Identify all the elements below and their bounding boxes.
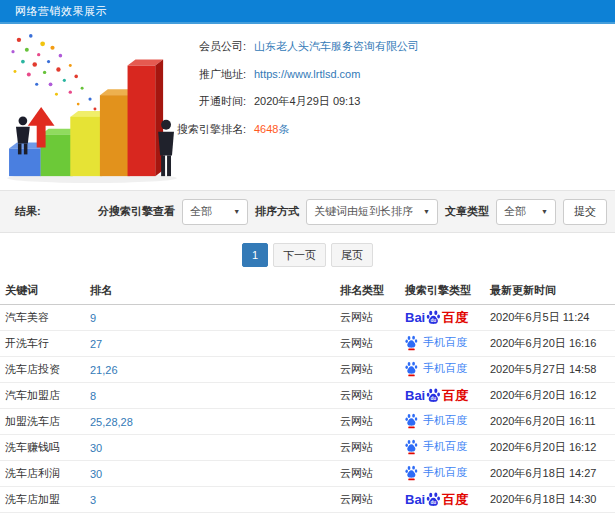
rank-cell[interactable]: 30 <box>90 461 340 487</box>
mobile-baidu-icon <box>405 465 418 481</box>
table-row: 洗车赚钱吗 30 云网站 手机百度 2020年6月20日 16:12 <box>0 435 615 461</box>
rank-type-cell: 云网站 <box>340 435 405 461</box>
open-time-label: 开通时间: <box>168 94 246 109</box>
promo-url-link[interactable]: https://www.lrtlsd.com <box>254 68 360 80</box>
rank-type-cell: 云网站 <box>340 487 405 513</box>
sort-select[interactable]: 关键词由短到长排序 ▼ <box>306 199 438 225</box>
chevron-down-icon: ▼ <box>233 208 240 215</box>
keyword-cell: 洗车店加盟 <box>0 487 90 513</box>
table-header-row: 关键词 排名 排名类型 搜索引擎类型 最新更新时间 <box>0 277 615 305</box>
article-type-label: 文章类型 <box>445 204 489 219</box>
table-row: 汽车加盟店 8 云网站 Bai du 百度 2020年6月20日 16:12 <box>0 383 615 409</box>
table-row: 洗车店加盟 3 云网站 Bai du 百度 2020年6月18日 14:30 <box>0 487 615 513</box>
baidu-paw-icon: du <box>426 492 441 508</box>
keyword-cell: 加盟洗车店 <box>0 409 90 435</box>
member-company-row: 会员公司: 山东老人头汽车服务咨询有限公司 <box>168 33 615 61</box>
keyword-cell: 开洗车行 <box>0 331 90 357</box>
svg-text:du: du <box>431 318 437 323</box>
baidu-paw-icon: du <box>426 310 441 326</box>
window-title-bar: 网络营销效果展示 <box>0 0 615 24</box>
promo-url-label: 推广地址: <box>168 67 246 82</box>
engine-rank-label: 搜索引擎排名: <box>168 122 246 137</box>
rank-type-cell: 云网站 <box>340 305 405 331</box>
update-time-cell: 2020年6月5日 11:24 <box>490 305 615 331</box>
article-type-value: 全部 <box>504 204 526 219</box>
table-row: 洗车店利润 30 云网站 手机百度 2020年6月18日 14:27 <box>0 461 615 487</box>
rank-type-cell: 云网站 <box>340 357 405 383</box>
header-rank: 排名 <box>90 277 340 305</box>
promo-url-row: 推广地址: https://www.lrtlsd.com <box>168 61 615 89</box>
header-keyword: 关键词 <box>0 277 90 305</box>
rank-cell[interactable]: 9 <box>90 305 340 331</box>
rank-cell[interactable]: 25,28,28 <box>90 409 340 435</box>
baidu-mobile-logo: 手机百度 <box>405 439 467 455</box>
member-info-list: 会员公司: 山东老人头汽车服务咨询有限公司 推广地址: https://www.… <box>168 33 615 143</box>
mobile-baidu-icon <box>405 335 418 351</box>
engine-rank-row: 搜索引擎排名: 4648条 <box>168 116 615 144</box>
update-time-cell: 2020年6月20日 16:16 <box>490 331 615 357</box>
rank-cell[interactable]: 27 <box>90 331 340 357</box>
baidu-pc-logo: Bai du 百度 <box>405 388 468 404</box>
rank-cell[interactable]: 3 <box>90 487 340 513</box>
rank-type-cell: 云网站 <box>340 461 405 487</box>
table-row: 汽车美容 9 云网站 Bai du 百度 2020年6月5日 11:24 <box>0 305 615 331</box>
results-table: 关键词 排名 排名类型 搜索引擎类型 最新更新时间 汽车美容 9 云网站 Bai… <box>0 277 615 513</box>
update-time-cell: 2020年6月20日 16:12 <box>490 435 615 461</box>
article-type-select[interactable]: 全部 ▼ <box>496 199 556 225</box>
svg-text:du: du <box>431 396 437 401</box>
filter-controls: 分搜索引擎查看 全部 ▼ 排序方式 关键词由短到长排序 ▼ 文章类型 全部 ▼ … <box>98 199 607 225</box>
search-engine-cell: 手机百度 <box>405 331 490 357</box>
chevron-down-icon: ▼ <box>423 208 430 215</box>
page-button-1[interactable]: 1 <box>242 243 268 267</box>
baidu-pc-logo: Bai du 百度 <box>405 492 468 508</box>
next-page-button[interactable]: 下一页 <box>273 243 326 267</box>
mobile-baidu-icon <box>405 361 418 377</box>
update-time-cell: 2020年6月20日 16:11 <box>490 409 615 435</box>
header-engine-type: 搜索引擎类型 <box>405 277 490 305</box>
keyword-cell: 洗车赚钱吗 <box>0 435 90 461</box>
open-time-value: 2020年4月29日 09:13 <box>254 94 360 109</box>
keyword-cell: 汽车加盟店 <box>0 383 90 409</box>
member-company-link[interactable]: 山东老人头汽车服务咨询有限公司 <box>254 39 419 54</box>
bars <box>9 60 163 177</box>
search-engine-cell: 手机百度 <box>405 461 490 487</box>
rank-type-cell: 云网站 <box>340 383 405 409</box>
update-time-cell: 2020年6月20日 16:12 <box>490 383 615 409</box>
search-engine-cell: Bai du 百度 <box>405 383 490 409</box>
last-page-button[interactable]: 尾页 <box>331 243 373 267</box>
rank-cell[interactable]: 8 <box>90 383 340 409</box>
search-engine-cell: 手机百度 <box>405 357 490 383</box>
sort-value: 关键词由短到长排序 <box>314 204 413 219</box>
mobile-baidu-icon <box>405 413 418 429</box>
keyword-cell: 洗车店投资 <box>0 357 90 383</box>
baidu-mobile-logo: 手机百度 <box>405 361 467 377</box>
engine-rank-unit: 条 <box>278 123 289 135</box>
rank-type-cell: 云网站 <box>340 331 405 357</box>
baidu-pc-logo: Bai du 百度 <box>405 310 468 326</box>
engine-filter-label: 分搜索引擎查看 <box>98 204 175 219</box>
filter-bar: 结果: 分搜索引擎查看 全部 ▼ 排序方式 关键词由短到长排序 ▼ 文章类型 全… <box>0 190 615 233</box>
search-engine-cell: Bai du 百度 <box>405 487 490 513</box>
table-row: 加盟洗车店 25,28,28 云网站 手机百度 2020年6月20日 16:11 <box>0 409 615 435</box>
rank-cell[interactable]: 30 <box>90 435 340 461</box>
header-rank-type: 排名类型 <box>340 277 405 305</box>
member-company-label: 会员公司: <box>168 39 246 54</box>
svg-text:du: du <box>431 500 437 505</box>
rank-cell[interactable]: 21,26 <box>90 357 340 383</box>
pagination: 1 下一页 尾页 <box>0 233 615 277</box>
search-engine-cell: Bai du 百度 <box>405 305 490 331</box>
table-row: 开洗车行 27 云网站 手机百度 2020年6月20日 16:16 <box>0 331 615 357</box>
engine-rank-count: 4648 <box>254 123 278 135</box>
search-engine-cell: 手机百度 <box>405 409 490 435</box>
header-update-time: 最新更新时间 <box>490 277 615 305</box>
keyword-cell: 汽车美容 <box>0 305 90 331</box>
page-title: 网络营销效果展示 <box>15 5 107 17</box>
update-time-cell: 2020年6月18日 14:27 <box>490 461 615 487</box>
sort-label: 排序方式 <box>255 204 299 219</box>
engine-filter-select[interactable]: 全部 ▼ <box>182 199 248 225</box>
search-engine-cell: 手机百度 <box>405 435 490 461</box>
summary-section: 会员公司: 山东老人头汽车服务咨询有限公司 推广地址: https://www.… <box>0 24 615 190</box>
results-table-body: 汽车美容 9 云网站 Bai du 百度 2020年6月5日 11:24 开洗车… <box>0 305 615 513</box>
submit-button[interactable]: 提交 <box>563 199 607 225</box>
chevron-down-icon: ▼ <box>541 208 548 215</box>
